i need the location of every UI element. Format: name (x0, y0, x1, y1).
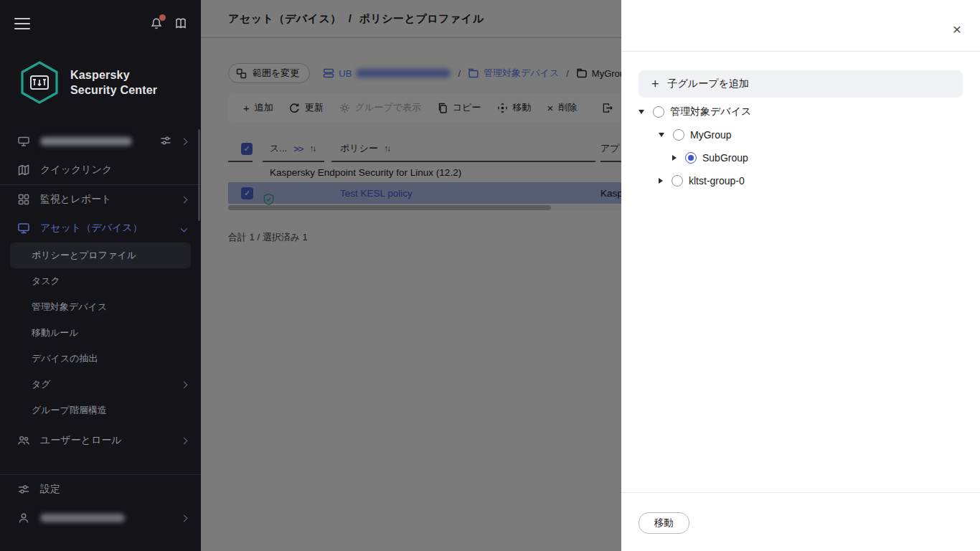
brand-line2: Security Center (70, 83, 157, 98)
chevron-down-icon (181, 225, 188, 232)
sidebar-item-account[interactable] (0, 504, 201, 532)
sidebar-item-server[interactable] (0, 127, 201, 156)
tree-row-subgroup[interactable]: SubGroup (621, 146, 980, 169)
tree-label: MyGroup (690, 129, 732, 141)
users-icon (17, 434, 30, 447)
brand-text: Kaspersky Security Center (70, 67, 157, 98)
sidebar-item-tasks[interactable]: タスク (0, 268, 201, 294)
drawer-header-divider (621, 51, 980, 52)
tree-row-kltst-group-0[interactable]: kltst-group-0 (621, 169, 980, 192)
tree-row-managed-devices[interactable]: 管理対象デバイス (621, 100, 980, 123)
sidebar-item-quick-links[interactable]: クイックリンク (0, 156, 201, 184)
sidebar-item-managed-devices[interactable]: 管理対象デバイス (0, 294, 201, 320)
expander-down-icon[interactable] (639, 110, 644, 114)
sidebar-item-settings[interactable]: 設定 (0, 475, 201, 504)
close-icon[interactable]: × (953, 22, 961, 37)
tree-label: SubGroup (702, 152, 748, 164)
sidebar-top-bar (14, 13, 188, 34)
sidebar-nav: クイックリンク 監視とレポート アセット（デバイス） ポリシーとプロファイル タ… (0, 127, 201, 455)
chevron-right-icon (181, 437, 188, 444)
brand: Kaspersky Security Center (19, 60, 157, 105)
brand-line1: Kaspersky (70, 67, 157, 83)
move-confirm-button[interactable]: 移動 (639, 512, 689, 534)
expander-right-icon[interactable] (672, 155, 677, 161)
sidebar-item-assets[interactable]: アセット（デバイス） (0, 214, 201, 242)
radio-unselected[interactable] (672, 175, 683, 187)
sidebar-item-label: クイックリンク (40, 164, 112, 176)
move-group-drawer: × + 子グループを追加 管理対象デバイス MyGroup SubGroup (621, 0, 980, 551)
add-child-group-label: 子グループを追加 (668, 77, 749, 90)
radio-unselected[interactable] (653, 106, 664, 118)
chevron-right-icon[interactable] (181, 138, 188, 145)
monitor-icon (17, 222, 30, 235)
map-icon (17, 164, 30, 176)
kaspersky-logo-icon (19, 60, 60, 105)
expander-right-icon[interactable] (659, 178, 663, 184)
server-icon (17, 135, 30, 148)
radio-unselected[interactable] (673, 129, 684, 141)
help-book-icon[interactable] (174, 17, 188, 31)
sidebar-item-group-hierarchy[interactable]: グループ階層構造 (0, 397, 201, 423)
sidebar-item-label: ユーザーとロール (40, 434, 122, 447)
sliders-icon (17, 483, 30, 496)
sidebar-item-device-selections[interactable]: デバイスの抽出 (0, 346, 201, 372)
sidebar-item-users-roles[interactable]: ユーザーとロール (0, 426, 201, 455)
sidebar-item-label: 監視とレポート (40, 193, 111, 206)
radio-selected[interactable] (685, 152, 697, 164)
chevron-right-icon (181, 514, 188, 522)
notification-dot (159, 14, 166, 21)
user-icon (17, 512, 30, 524)
chevron-right-icon (181, 196, 188, 203)
account-name-masked (40, 514, 125, 522)
sidebar-item-label: 設定 (40, 483, 60, 496)
sidebar-scrollbar[interactable] (198, 129, 200, 221)
sidebar-item-tags[interactable]: タグ (0, 372, 201, 397)
menu-icon[interactable] (14, 18, 30, 29)
sidebar-item-policies-profiles[interactable]: ポリシーとプロファイル (10, 242, 191, 268)
sidebar-bottom: 設定 (0, 474, 201, 532)
sidebar-item-monitoring[interactable]: 監視とレポート (0, 185, 201, 214)
app: Kaspersky Security Center (0, 0, 980, 551)
dashboard-grid-icon (17, 193, 30, 206)
server-name-masked (40, 137, 132, 146)
tree-row-mygroup[interactable]: MyGroup (621, 123, 980, 146)
server-properties-icon[interactable] (160, 135, 171, 149)
add-child-group-button[interactable]: + 子グループを追加 (639, 70, 963, 98)
sidebar-item-label: タグ (32, 378, 51, 391)
expander-down-icon[interactable] (659, 133, 664, 137)
plus-icon: + (651, 77, 659, 90)
drawer-footer: 移動 (621, 492, 980, 551)
group-tree: 管理対象デバイス MyGroup SubGroup kltst-group-0 (621, 100, 980, 192)
tree-label: kltst-group-0 (689, 175, 745, 187)
sidebar-item-label: アセット（デバイス） (40, 222, 143, 235)
chevron-right-icon (181, 381, 188, 388)
sidebar: Kaspersky Security Center (0, 0, 201, 551)
tree-label: 管理対象デバイス (670, 105, 751, 118)
notifications-bell-icon[interactable] (149, 17, 164, 31)
sidebar-item-moving-rules[interactable]: 移動ルール (0, 320, 201, 346)
